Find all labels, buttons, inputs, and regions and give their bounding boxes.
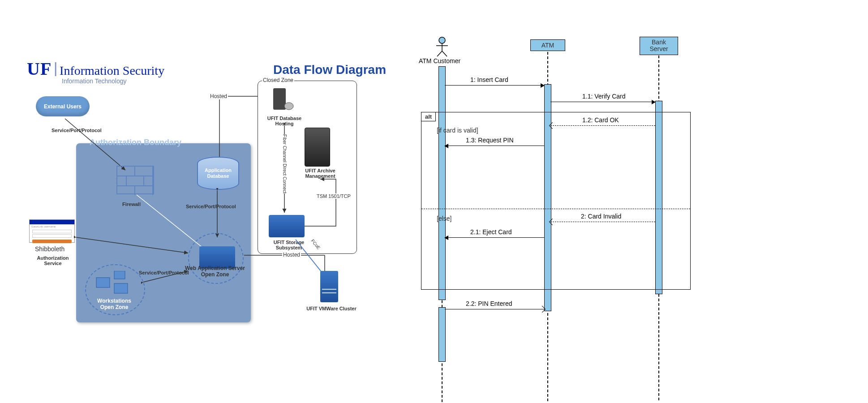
external-users-label: External Users [44,103,82,110]
edge-fiber: Fiber Channel Direct Connect [281,134,288,193]
svg-point-9 [284,103,293,110]
msg-11-label: 1.1: Verify Card [582,93,626,100]
guard-valid: [if card is valid] [437,127,478,134]
external-users-cloud: External Users [36,96,90,116]
atm-object: ATM [530,39,565,51]
workstations-label: WorkstationsOpen Zone [92,298,137,310]
workstations-icon [94,271,134,298]
shibboleth-label: Shibboleth [35,245,64,253]
msg-12-arrow [550,125,655,126]
archive-icon [305,128,330,167]
msg-2-arrow [550,222,655,222]
app-database-label: Application Database [198,167,238,179]
bank-object: Bank Server [640,37,678,55]
alt-tag: alt [421,112,436,121]
edge-spp-2: Service/Port/Protocol [186,204,236,209]
msg-13-label: 1.3: Request PIN [466,137,514,144]
db-hosting-icon [269,87,296,112]
uf-logo-text: UF [27,59,52,79]
line-shib-webapp [74,235,195,257]
msg-22-arrow [445,309,544,309]
guard-else: [else] [437,215,451,222]
dfd-title: Data Flow Diagram [273,63,386,77]
svg-rect-5 [114,283,128,293]
svg-line-18 [442,51,447,56]
edge-spp-3: Service/Port/Protocol [139,270,189,275]
app-database-icon: Application Database [197,157,239,190]
svg-point-14 [439,37,445,43]
msg-11-arrow [550,102,655,102]
msg-1-label: 1: Insert Card [470,76,508,83]
firewall-icon [116,166,154,194]
page-root: UF | Information Security Information Te… [0,0,868,403]
svg-line-17 [437,51,442,56]
actor-icon [435,37,449,57]
auth-service-label: Authorization Service [30,255,75,266]
line-tsm [300,177,345,231]
uf-logo-block: UF | Information Security Information Te… [27,58,164,85]
msg-2-label: 2: Card Invalid [581,213,621,220]
msg-21-label: 2.1: Eject Card [470,228,512,236]
msg-22-label: 2.2: PIN Entered [466,300,512,307]
actor-label: ATM Customer [419,57,460,64]
activation-customer-2 [438,307,446,362]
storage-icon [269,215,305,237]
edge-tsm: TSM 1501/TCP [316,193,352,199]
shibboleth-box: GatorLink username [29,219,75,243]
alt-frame: alt [421,112,691,290]
svg-rect-8 [273,88,286,110]
svg-rect-3 [96,278,110,287]
msg-21-arrow [445,237,544,238]
msg-13-arrow [445,146,544,146]
alt-divider [421,209,690,209]
edge-hosted-1: Hosted [209,93,228,99]
vmware-label: UFIT VMWare Cluster [305,306,358,311]
msg-12-label: 1.2: Card OK [582,116,619,124]
svg-line-0 [65,119,125,170]
uf-title: Information Security [60,64,164,77]
msg-1-arrow [445,85,544,86]
svg-line-7 [76,237,188,253]
uf-subtitle: Information Technology [62,77,164,85]
closed-zone-label: Closed Zone [262,77,294,83]
svg-rect-4 [114,271,125,279]
vmware-icon [320,271,338,302]
